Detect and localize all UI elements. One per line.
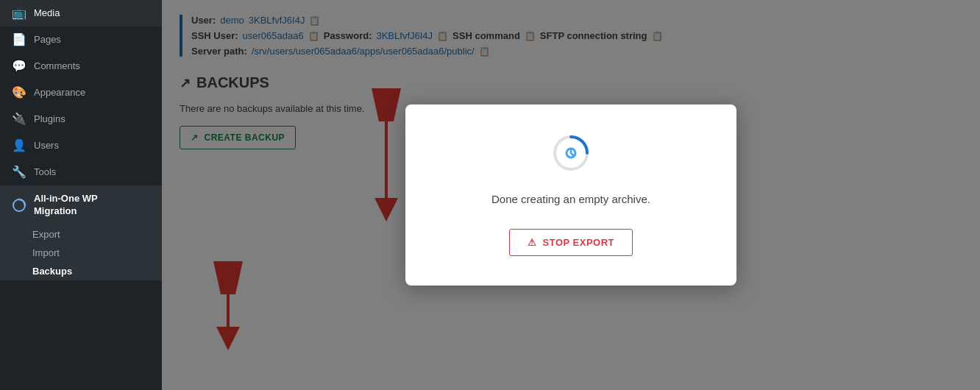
sidebar-item-label: Tools (34, 166, 56, 179)
all-in-one-section: All-in-One WPMigration Export Import Bac… (0, 185, 162, 280)
sidebar-item-pages[interactable]: 📄 Pages (0, 26, 162, 53)
stop-export-label: STOP EXPORT (543, 237, 615, 248)
sidebar-item-label: Pages (34, 33, 61, 46)
modal-overlay: Done creating an empty archive. ⚠ STOP E… (162, 0, 980, 390)
media-icon: 📺 (12, 6, 26, 21)
modal-dialog: Done creating an empty archive. ⚠ STOP E… (405, 104, 736, 286)
sidebar-item-users[interactable]: 👤 Users (0, 132, 162, 159)
sidebar-item-label: Comments (34, 60, 80, 73)
comments-icon: 💬 (12, 59, 26, 74)
sidebar-item-appearance[interactable]: 🎨 Appearance (0, 79, 162, 106)
stop-icon: ⚠ (528, 237, 537, 248)
content-area: User: demo 3KBLfvfJ6I4J 📋 SSH User: user… (162, 0, 980, 390)
sidebar-item-tools[interactable]: 🔧 Tools (0, 159, 162, 185)
sidebar-sub-backups[interactable]: Backups (0, 262, 162, 280)
sidebar-sub-export[interactable]: Export (0, 225, 162, 244)
all-in-one-icon (12, 198, 26, 213)
users-icon: 👤 (12, 138, 26, 153)
plugins-icon: 🔌 (12, 112, 26, 127)
sidebar-sub-import[interactable]: Import (0, 244, 162, 262)
sidebar-item-media[interactable]: 📺 Media (0, 0, 162, 26)
sidebar-item-comments[interactable]: 💬 Comments (0, 53, 162, 79)
modal-spinner-container (442, 134, 700, 181)
main-content: User: demo 3KBLfvfJ6I4J 📋 SSH User: user… (162, 0, 980, 390)
sidebar-item-plugins[interactable]: 🔌 Plugins (0, 106, 162, 132)
sidebar: 📺 Media 📄 Pages 💬 Comments 🎨 Appearance … (0, 0, 162, 390)
pages-icon: 📄 (12, 32, 26, 47)
sidebar-item-label: Appearance (34, 86, 85, 99)
tools-icon: 🔧 (12, 165, 26, 180)
sidebar-item-label: Users (34, 139, 59, 152)
all-in-one-header[interactable]: All-in-One WPMigration (0, 185, 162, 225)
modal-message: Done creating an empty archive. (442, 193, 700, 205)
sidebar-item-label: Media (34, 7, 60, 20)
spinner-icon (552, 134, 590, 172)
stop-export-button[interactable]: ⚠ STOP EXPORT (509, 229, 633, 256)
all-in-one-label: All-in-One WPMigration (34, 193, 98, 218)
sidebar-item-label: Plugins (34, 113, 65, 126)
appearance-icon: 🎨 (12, 85, 26, 100)
